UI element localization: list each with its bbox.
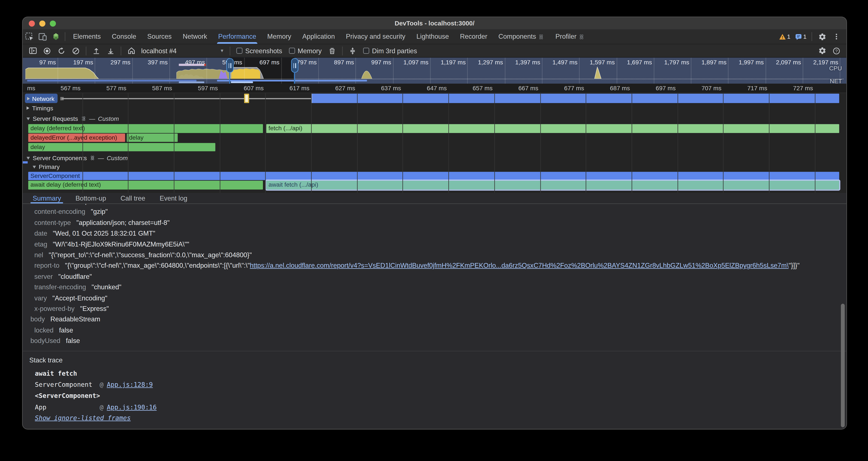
ruler-label: 667 ms <box>518 85 538 91</box>
record-and-reload-icon[interactable] <box>55 45 68 57</box>
at-symbol: @ <box>100 403 103 411</box>
save-profile-icon[interactable] <box>104 45 117 57</box>
selection-handle-right[interactable] <box>291 58 298 73</box>
help-icon[interactable] <box>830 45 843 57</box>
show-ignore-listed-frames-link[interactable]: Show ignore-listed frames <box>35 414 131 422</box>
live-metrics-home-icon[interactable] <box>125 45 138 57</box>
tab-network[interactable]: Network <box>177 29 213 44</box>
dim-third-parties-label: Dim 3rd parties <box>372 47 417 55</box>
clear-icon[interactable] <box>69 45 83 57</box>
overview-time-label: 2,097 ms <box>776 59 801 65</box>
tab-performance[interactable]: Performance <box>213 29 262 44</box>
tab-memory[interactable]: Memory <box>261 29 297 44</box>
overview-network-bar <box>27 80 196 81</box>
overview-time-label: 1,697 ms <box>627 59 652 65</box>
tab-elements[interactable]: Elements <box>67 29 106 44</box>
stack-frame: await fetch <box>35 368 846 379</box>
messages-badge[interactable]: 1 <box>793 33 808 40</box>
flame-event[interactable]: await delay (deferred text) <box>28 181 263 190</box>
overview-time-label: 397 ms <box>148 59 168 65</box>
ruler-label: 727 ms <box>793 85 813 91</box>
overview-time-label: 1,297 ms <box>478 59 503 65</box>
tab-sources[interactable]: Sources <box>142 29 177 44</box>
tab-privacy-and-security[interactable]: Privacy and security <box>340 29 411 44</box>
inspect-icon[interactable] <box>23 31 36 43</box>
selection-handle-left[interactable] <box>226 58 234 73</box>
overview-time-label: 697 ms <box>259 59 280 65</box>
chevron-down-icon <box>33 166 36 168</box>
property-row: date"Wed, 01 Oct 2025 18:32:01 GMT" <box>23 229 846 240</box>
frame-location-link[interactable]: App.js:128:9 <box>107 381 153 388</box>
kebab-menu-icon[interactable] <box>830 31 843 43</box>
load-profile-icon[interactable] <box>90 45 103 57</box>
device-toolbar-icon[interactable] <box>36 31 49 43</box>
overview-time-label: 797 ms <box>297 59 317 65</box>
custom-track-atom-icon <box>81 116 86 121</box>
session-select[interactable]: localhost #4 ▼ <box>139 47 227 55</box>
throttling-icon[interactable] <box>346 45 359 57</box>
property-value: "Wed, 01 Oct 2025 18:32:01 GMT" <box>53 229 155 237</box>
settings-gear-icon[interactable] <box>815 31 829 43</box>
flame-row: delay <box>23 143 846 152</box>
timeline-gridline <box>723 84 724 193</box>
tab-profiler[interactable]: Profiler <box>550 29 590 44</box>
flamechart-area[interactable]: NetworkTimingsServer Requests—Customdela… <box>23 84 846 193</box>
overview-gridline <box>207 58 207 84</box>
flame-event[interactable]: fetch (.../api) <box>266 124 839 133</box>
report-to-url-link[interactable]: https://a.nel.cloudflare.com/report/v4?s… <box>250 262 788 269</box>
flame-event[interactable]: delay <box>127 134 178 142</box>
server-requests-track-label[interactable]: Server Requests—Custom <box>27 115 119 122</box>
timeline-gridline <box>631 84 632 193</box>
dash: — <box>89 115 95 122</box>
overview-gridline <box>505 58 505 84</box>
network-request-chip[interactable] <box>244 94 249 103</box>
panel-tabs: ElementsConsoleSourcesNetworkPerformance… <box>67 29 590 44</box>
frame-location-link[interactable]: App.js:190:16 <box>107 403 157 411</box>
dim-third-parties-checkbox[interactable]: Dim 3rd parties <box>360 47 420 55</box>
details-tab-summary[interactable]: Summary <box>33 193 61 203</box>
flame-event[interactable]: delay (deferred text) <box>28 124 263 133</box>
primary-group-label[interactable]: Primary <box>33 164 60 170</box>
details-tab-call-tree[interactable]: Call tree <box>120 193 145 203</box>
overview-gridline <box>840 58 841 84</box>
network-request-bar[interactable] <box>311 94 839 103</box>
message-count: 1 <box>803 33 806 40</box>
overview-time-label: 897 ms <box>334 59 354 65</box>
network-track: Network <box>23 94 846 104</box>
overview-time-label: 2,197 ms <box>813 59 838 65</box>
server-components-track-label[interactable]: Server Components—Custom <box>27 154 128 161</box>
property-row: content-encoding"gzip" <box>23 208 846 219</box>
tab-lighthouse[interactable]: Lighthouse <box>411 29 455 44</box>
details-tab-bottom-up[interactable]: Bottom-up <box>75 193 106 203</box>
tab-components[interactable]: Components <box>493 29 550 44</box>
stack-frame: ServerComponent@App.js:128:9 <box>35 379 846 390</box>
property-key: x-powered-by <box>34 305 74 312</box>
tab-console[interactable]: Console <box>106 29 142 44</box>
tab-label: Profiler <box>556 33 577 40</box>
record-icon[interactable] <box>40 45 54 57</box>
flame-event[interactable]: delay <box>28 143 215 151</box>
flame-event[interactable]: ServerComponent <box>28 172 839 180</box>
timings-track-label[interactable]: Timings <box>27 105 53 111</box>
property-row: bodyReadableStream <box>23 316 846 326</box>
ruler-label: 567 ms <box>61 85 81 91</box>
network-track-label[interactable]: Network <box>25 94 58 103</box>
collect-garbage-icon[interactable] <box>326 45 339 57</box>
details-tab-event-log[interactable]: Event log <box>159 193 187 203</box>
extension-gem-icon[interactable] <box>49 31 63 43</box>
capture-settings-gear-icon[interactable] <box>815 45 829 57</box>
flame-event[interactable]: await fetch (.../api) <box>266 181 839 190</box>
tab-application[interactable]: Application <box>297 29 340 44</box>
toggle-sidebar-icon[interactable] <box>26 45 39 57</box>
warnings-badge[interactable]: 1 <box>777 33 792 40</box>
tab-recorder[interactable]: Recorder <box>455 29 493 44</box>
tab-label: Privacy and security <box>346 33 405 40</box>
ruler-label: 677 ms <box>564 85 584 91</box>
property-row: content-type"application/json; charset=u… <box>23 219 846 229</box>
memory-checkbox[interactable]: Memory <box>286 47 324 55</box>
flame-event[interactable]: delayedError (...ayed exception) <box>28 134 125 142</box>
timeline-overview[interactable]: CPU NET 97 ms197 ms297 ms397 ms497 ms597… <box>23 58 846 84</box>
property-row: report-to"{\"group\":\"cf-nel\",\"max_ag… <box>23 262 846 272</box>
screenshots-checkbox[interactable]: Screenshots <box>234 47 285 55</box>
vertical-scrollbar[interactable] <box>841 304 845 427</box>
